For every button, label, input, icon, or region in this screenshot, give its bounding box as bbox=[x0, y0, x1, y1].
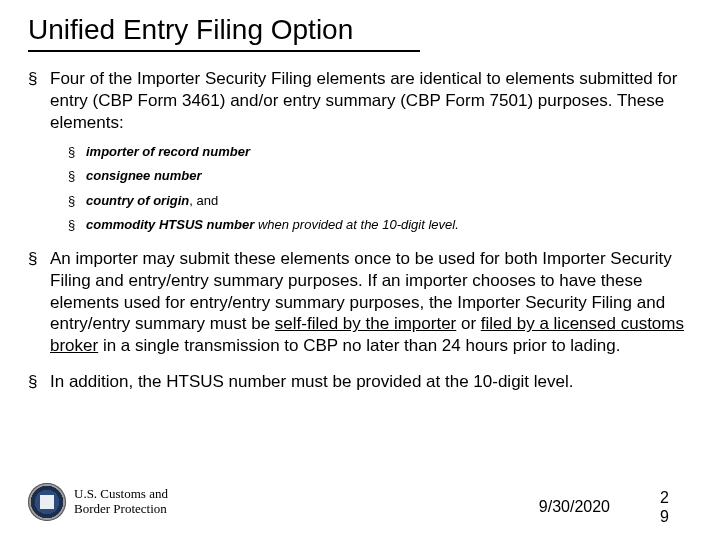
bullet-1-text: Four of the Importer Security Filing ele… bbox=[50, 69, 677, 132]
footer-page-b: 9 bbox=[660, 508, 678, 526]
footer-page-a: 2 bbox=[660, 489, 678, 507]
sub-bullet-1: importer of record number bbox=[68, 143, 692, 161]
agency-line-2: Border Protection bbox=[74, 502, 168, 517]
slide: Unified Entry Filing Option Four of the … bbox=[0, 0, 720, 540]
agency-name: U.S. Customs and Border Protection bbox=[74, 487, 168, 517]
bullet-list: Four of the Importer Security Filing ele… bbox=[28, 68, 692, 393]
sub-bullet-4-rest: when provided at the 10-digit level. bbox=[254, 217, 459, 232]
sub-bullet-2-text: consignee number bbox=[86, 168, 202, 183]
agency-logo-block: U.S. Customs and Border Protection bbox=[28, 483, 168, 521]
footer-page-number: 2 9 bbox=[660, 489, 678, 526]
sub-bullet-3-rest: , and bbox=[189, 193, 218, 208]
sub-bullet-1-text: importer of record number bbox=[86, 144, 250, 159]
sub-bullet-list: importer of record number consignee numb… bbox=[68, 143, 692, 234]
sub-bullet-4-bold: commodity HTSUS number bbox=[86, 217, 254, 232]
sub-bullet-3: country of origin, and bbox=[68, 192, 692, 210]
bullet-2-mid: or bbox=[456, 314, 481, 333]
cbp-seal-icon bbox=[28, 483, 66, 521]
bullet-3-text: In addition, the HTSUS number must be pr… bbox=[50, 372, 574, 391]
bullet-3: In addition, the HTSUS number must be pr… bbox=[28, 371, 692, 393]
footer-date: 9/30/2020 bbox=[539, 498, 610, 516]
bullet-1: Four of the Importer Security Filing ele… bbox=[28, 68, 692, 234]
bullet-2-underline-1: self-filed by the importer bbox=[275, 314, 456, 333]
footer: U.S. Customs and Border Protection 9/30/… bbox=[0, 472, 720, 532]
sub-bullet-4: commodity HTSUS number when provided at … bbox=[68, 216, 692, 234]
slide-title: Unified Entry Filing Option bbox=[28, 14, 420, 52]
sub-bullet-2: consignee number bbox=[68, 167, 692, 185]
sub-bullet-3-bold: country of origin bbox=[86, 193, 189, 208]
bullet-2: An importer may submit these elements on… bbox=[28, 248, 692, 357]
agency-line-1: U.S. Customs and bbox=[74, 487, 168, 502]
bullet-2-post: in a single transmission to CBP no later… bbox=[98, 336, 620, 355]
